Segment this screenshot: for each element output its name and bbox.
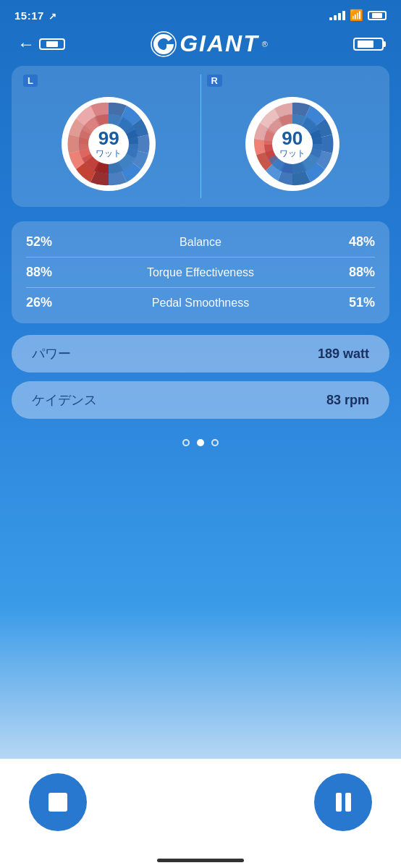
cadence-card: ケイデンス 83 rpm <box>12 381 389 419</box>
home-indicator <box>157 859 244 862</box>
bottom-controls <box>0 759 401 853</box>
balance-row: 52% Balance 48% <box>26 227 375 258</box>
right-chart-center: 90 ワット <box>279 129 305 160</box>
cadence-value: 83 rpm <box>326 393 369 408</box>
torque-right: 88% <box>324 265 375 280</box>
cadence-label: ケイデンス <box>32 391 97 409</box>
right-power-unit: ワット <box>279 148 305 160</box>
home-indicator-area <box>0 853 401 868</box>
left-chart-center: 99 ワット <box>96 129 122 160</box>
back-arrow-icon: ← <box>17 34 35 54</box>
giant-registered: ® <box>262 40 268 48</box>
wifi-icon: 📶 <box>350 9 363 22</box>
pedal-row: 26% Pedal Smoothness 51% <box>26 288 375 318</box>
balance-left: 52% <box>26 234 77 250</box>
page-dot-2[interactable] <box>197 439 204 446</box>
right-meter: R <box>204 75 381 198</box>
giant-logo: GIANT ® <box>151 30 268 57</box>
power-label: パワー <box>32 345 71 362</box>
balance-label: Balance <box>77 236 324 249</box>
battery-status-icon <box>368 11 387 20</box>
pedal-label: Pedal Smoothness <box>77 297 324 310</box>
left-power-unit: ワット <box>96 148 122 160</box>
left-meter: L <box>20 75 198 198</box>
header-battery-icon <box>353 38 384 51</box>
right-power-value: 90 <box>279 129 305 148</box>
torque-left: 88% <box>26 265 77 280</box>
torque-row: 88% Torque Effectiveness 88% <box>26 258 375 288</box>
header: ← GIANT ® <box>0 25 401 66</box>
left-circular-chart: 99 ワット <box>54 90 163 198</box>
stop-button[interactable] <box>29 773 87 831</box>
pedal-left: 26% <box>26 295 77 310</box>
page-dot-3[interactable] <box>211 439 219 446</box>
right-circular-chart: 90 ワット <box>238 90 347 198</box>
back-battery-icon <box>39 38 65 50</box>
pedal-right: 51% <box>324 295 375 310</box>
torque-label: Torque Effectiveness <box>77 266 324 279</box>
left-meter-label: L <box>23 75 38 87</box>
page-dot-1[interactable] <box>182 439 190 446</box>
main-content: L <box>0 66 401 759</box>
power-meters-section: L <box>12 66 389 207</box>
location-icon: ↗ <box>48 11 56 22</box>
status-bar: 15:17 ↗ 📶 <box>0 0 401 25</box>
status-time: 15:17 <box>14 9 44 22</box>
stats-section: 52% Balance 48% 88% Torque Effectiveness… <box>12 221 389 323</box>
signal-icon <box>329 11 345 20</box>
giant-logo-icon <box>151 31 177 57</box>
giant-logo-text: GIANT <box>180 30 259 57</box>
pause-button[interactable] <box>314 773 372 831</box>
balance-right: 48% <box>324 234 375 250</box>
page-indicators <box>12 427 389 455</box>
right-meter-label: R <box>207 75 222 87</box>
meter-divider <box>200 75 201 198</box>
stop-icon <box>48 793 67 812</box>
back-button[interactable]: ← <box>17 34 65 54</box>
left-power-value: 99 <box>96 129 122 148</box>
status-time-area: 15:17 ↗ <box>14 9 56 22</box>
pause-icon <box>336 793 351 812</box>
power-value: 189 watt <box>318 346 369 362</box>
power-card: パワー 189 watt <box>12 335 389 373</box>
status-icons: 📶 <box>329 9 387 22</box>
